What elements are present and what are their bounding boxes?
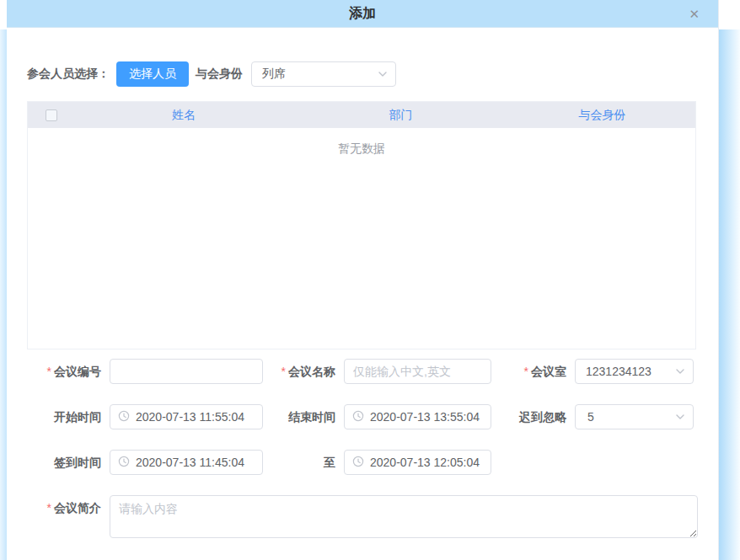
- checkin-to-control: 2020-07-13 12:05:04: [344, 450, 491, 475]
- late-ignore-label: 迟到忽略: [491, 404, 575, 429]
- meeting-no-label: *会议编号: [27, 359, 110, 384]
- meeting-no-input[interactable]: [110, 359, 263, 384]
- dialog-header: 添加 ✕: [7, 0, 718, 28]
- required-mark: *: [524, 365, 528, 378]
- meeting-name-input[interactable]: [344, 359, 491, 384]
- chevron-down-icon: [377, 68, 389, 80]
- end-time-control: 2020-07-13 13:55:04: [344, 404, 491, 429]
- end-time-picker[interactable]: 2020-07-13 13:55:04: [344, 404, 491, 429]
- dialog-body: 参会人员选择： 选择人员 与会身份 列席 姓名 部门 与会身份 暂无数据: [7, 28, 718, 538]
- meeting-room-select[interactable]: 1231234123: [575, 359, 694, 384]
- form-row-3: 签到时间 2020-07-13 11:45:04 至: [27, 450, 704, 475]
- start-time-control: 2020-07-13 11:55:04: [110, 404, 263, 429]
- table-header-checkbox-cell: [28, 109, 75, 121]
- clock-icon: [118, 456, 130, 470]
- start-time-picker[interactable]: 2020-07-13 11:55:04: [110, 404, 263, 429]
- meeting-room-control: 1231234123: [575, 359, 694, 384]
- late-ignore-control: 5: [575, 404, 694, 429]
- chevron-down-icon: [674, 365, 686, 377]
- meeting-form: *会议编号 *会议名称 *会议室 1231234123: [27, 359, 704, 538]
- form-row-4: *会议简介: [27, 495, 704, 538]
- required-mark: *: [47, 365, 51, 378]
- meeting-name-control: [344, 359, 491, 384]
- checkin-time-label: 签到时间: [27, 450, 110, 475]
- page-background-right-strip: [719, 29, 740, 560]
- clock-icon: [352, 410, 364, 424]
- dialog-title: 添加: [349, 5, 376, 23]
- column-header-department: 部门: [292, 108, 509, 123]
- meeting-name-label: *会议名称: [263, 359, 344, 384]
- meeting-room-select-value: 1231234123: [586, 365, 652, 378]
- column-header-identity: 与会身份: [509, 108, 695, 123]
- summary-label: *会议简介: [27, 495, 110, 520]
- checkin-time-control: 2020-07-13 11:45:04: [110, 450, 263, 475]
- chevron-down-icon: [674, 411, 686, 423]
- table-header-row: 姓名 部门 与会身份: [28, 102, 695, 128]
- add-meeting-dialog: 添加 ✕ 参会人员选择： 选择人员 与会身份 列席 姓名 部门 与: [7, 0, 719, 560]
- clock-icon: [352, 456, 364, 470]
- end-time-value: 2020-07-13 13:55:04: [370, 410, 480, 424]
- close-icon[interactable]: ✕: [689, 8, 700, 20]
- late-ignore-select-value: 5: [587, 410, 594, 424]
- identity-label: 与会身份: [196, 67, 243, 82]
- start-time-label: 开始时间: [27, 404, 110, 429]
- form-row-1: *会议编号 *会议名称 *会议室 1231234123: [27, 359, 704, 384]
- checkin-to-label: 至: [263, 450, 344, 475]
- end-time-label: 结束时间: [263, 404, 344, 429]
- participant-selection-row: 参会人员选择： 选择人员 与会身份 列席: [27, 61, 704, 87]
- select-people-button[interactable]: 选择人员: [116, 61, 189, 87]
- meeting-no-control: [110, 359, 263, 384]
- checkin-to-picker[interactable]: 2020-07-13 12:05:04: [344, 450, 491, 475]
- identity-select-value: 列席: [262, 67, 286, 82]
- checkin-time-value: 2020-07-13 11:45:04: [136, 456, 244, 469]
- required-mark: *: [47, 501, 51, 515]
- page-background-left-strip: [0, 29, 7, 560]
- select-all-checkbox[interactable]: [46, 109, 57, 121]
- late-ignore-select[interactable]: 5: [575, 404, 694, 429]
- participants-table: 姓名 部门 与会身份 暂无数据: [27, 101, 696, 349]
- checkin-time-picker[interactable]: 2020-07-13 11:45:04: [110, 450, 263, 475]
- start-time-value: 2020-07-13 11:55:04: [136, 410, 244, 424]
- form-row-2: 开始时间 2020-07-13 11:55:04 结束时间: [27, 404, 704, 429]
- clock-icon: [118, 410, 130, 424]
- table-empty-text: 暂无数据: [28, 128, 695, 157]
- meeting-room-label: *会议室: [491, 359, 575, 384]
- column-header-name: 姓名: [75, 108, 292, 123]
- identity-select[interactable]: 列席: [251, 61, 396, 87]
- checkin-to-value: 2020-07-13 12:05:04: [370, 456, 480, 469]
- table-body: 暂无数据: [28, 128, 695, 349]
- participant-select-label: 参会人员选择：: [27, 67, 110, 82]
- summary-textarea[interactable]: [110, 495, 698, 538]
- required-mark: *: [282, 365, 286, 378]
